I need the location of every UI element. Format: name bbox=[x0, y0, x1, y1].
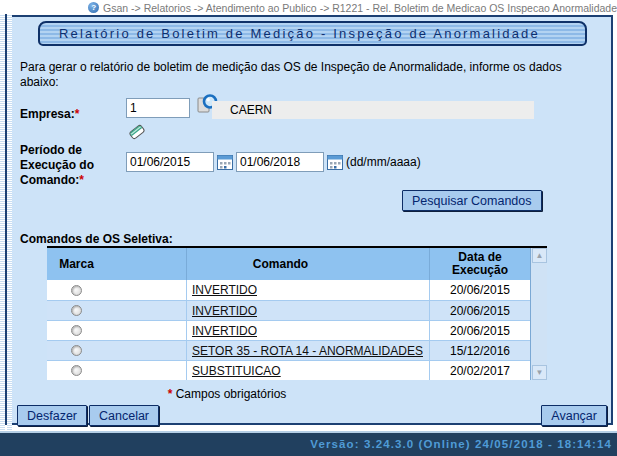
column-header-marca: Marca bbox=[47, 248, 187, 280]
calendar-icon bbox=[327, 154, 343, 170]
comandos-table: Marca Comando Data de Execução INVERTIDO… bbox=[47, 246, 547, 380]
column-header-comando: Comando bbox=[187, 248, 430, 280]
comando-link[interactable]: SUBSTITUICAO bbox=[192, 364, 281, 378]
date-format-hint: (dd/mm/aaaa) bbox=[346, 155, 421, 169]
eraser-icon bbox=[126, 121, 148, 143]
version-text: Versão: 3.24.3.0 (Online) 24/05/2018 - 1… bbox=[310, 438, 612, 450]
marca-radio[interactable] bbox=[71, 325, 82, 336]
scroll-down-icon[interactable]: ▼ bbox=[532, 365, 547, 380]
data-execucao-cell: 20/06/2015 bbox=[430, 280, 530, 300]
periodo-required-mark: * bbox=[79, 173, 84, 187]
comando-link[interactable]: INVERTIDO bbox=[192, 324, 257, 338]
data-execucao-cell: 20/06/2015 bbox=[430, 321, 530, 340]
empresa-required-mark: * bbox=[75, 107, 80, 121]
calendar-icon bbox=[217, 154, 233, 170]
version-footer: Versão: 3.24.3.0 (Online) 24/05/2018 - 1… bbox=[0, 431, 617, 456]
data-execucao-cell: 15/12/2016 bbox=[430, 341, 530, 360]
comandos-table-main: Marca Comando Data de Execução INVERTIDO… bbox=[47, 248, 530, 380]
calendar-from-button[interactable] bbox=[217, 154, 233, 170]
table-row: INVERTIDO 20/06/2015 bbox=[47, 280, 530, 300]
desfazer-button[interactable]: Desfazer bbox=[17, 405, 87, 426]
calendar-to-button[interactable] bbox=[327, 154, 343, 170]
table-scrollbar[interactable]: ▲ ▼ bbox=[530, 248, 547, 380]
page-title: Relatório de Boletim de Medição - Inspeç… bbox=[38, 21, 587, 46]
empresa-name-field: CAERN bbox=[212, 101, 534, 119]
breadcrumb: ? Gsan -> Relatorios -> Atendimento ao P… bbox=[0, 0, 617, 15]
marca-radio[interactable] bbox=[71, 345, 82, 356]
intro-text: Para gerar o relatório de boletim de med… bbox=[20, 60, 572, 90]
marca-radio[interactable] bbox=[71, 285, 82, 296]
cancelar-button[interactable]: Cancelar bbox=[89, 405, 159, 426]
table-row: INVERTIDO 20/06/2015 bbox=[47, 320, 530, 340]
comando-link[interactable]: SETOR 35 - ROTA 14 - ANORMALIDADES bbox=[192, 344, 423, 358]
column-header-data: Data de Execução bbox=[430, 248, 530, 280]
data-execucao-cell: 20/06/2015 bbox=[430, 301, 530, 320]
comandos-section-label: Comandos de OS Seletiva: bbox=[20, 232, 173, 246]
report-form-panel: Relatório de Boletim de Medição - Inspeç… bbox=[12, 15, 613, 425]
pesquisar-comandos-button[interactable]: Pesquisar Comandos bbox=[402, 190, 542, 211]
scroll-up-icon[interactable]: ▲ bbox=[532, 248, 547, 263]
breadcrumb-text: Gsan -> Relatorios -> Atendimento ao Pub… bbox=[103, 2, 617, 14]
table-header-row: Marca Comando Data de Execução bbox=[47, 248, 530, 280]
table-row: SETOR 35 - ROTA 14 - ANORMALIDADES 15/12… bbox=[47, 340, 530, 360]
data-execucao-cell: 20/02/2017 bbox=[430, 361, 530, 380]
table-row: SUBSTITUICAO 20/02/2017 bbox=[47, 360, 530, 380]
empresa-label: Empresa:* bbox=[20, 107, 79, 121]
help-icon[interactable]: ? bbox=[88, 2, 99, 13]
avancar-button[interactable]: Avançar bbox=[541, 405, 607, 426]
comando-link[interactable]: INVERTIDO bbox=[192, 304, 257, 318]
empresa-code-input[interactable] bbox=[126, 98, 190, 118]
periodo-label: Período de Execução do Comando:* bbox=[20, 143, 110, 188]
periodo-to-input[interactable] bbox=[236, 152, 324, 172]
marca-radio[interactable] bbox=[71, 305, 82, 316]
required-fields-note: * Campos obrigatórios bbox=[47, 387, 407, 401]
gsan-window: ? Gsan -> Relatorios -> Atendimento ao P… bbox=[0, 0, 617, 456]
comando-link[interactable]: INVERTIDO bbox=[192, 283, 257, 297]
periodo-from-input[interactable] bbox=[126, 152, 214, 172]
table-row: INVERTIDO 20/06/2015 bbox=[47, 300, 530, 320]
empresa-clear-button[interactable] bbox=[126, 121, 148, 143]
marca-radio[interactable] bbox=[71, 365, 82, 376]
